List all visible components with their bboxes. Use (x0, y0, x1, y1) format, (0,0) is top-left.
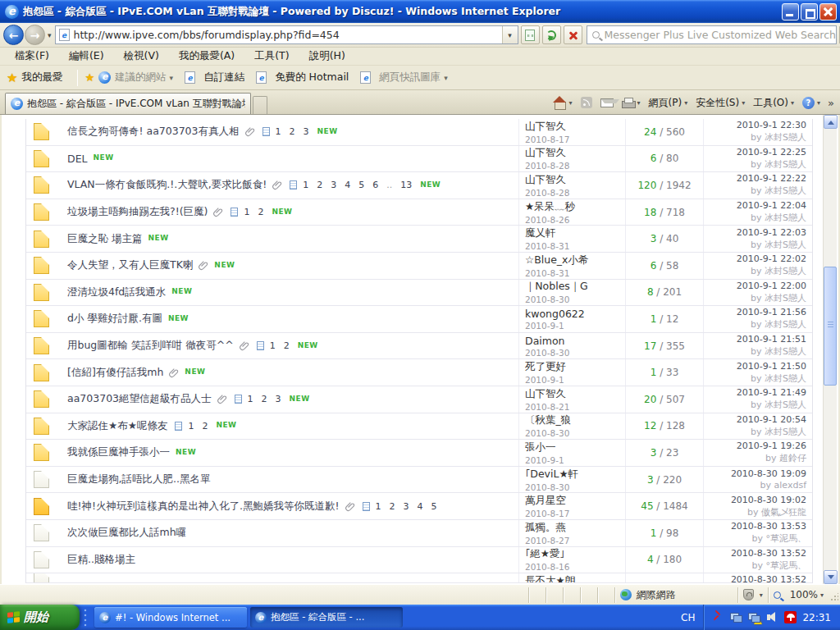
lastpost-author-link[interactable]: °草泥馬、 (766, 533, 807, 544)
page-link[interactable]: 2 (284, 340, 290, 351)
thread-author-link[interactable]: ｢DeviL★軒 (525, 468, 625, 482)
page-link[interactable]: 2 (258, 207, 263, 217)
thread-author-link[interactable]: 萬月星空 (525, 494, 625, 508)
address-bar[interactable]: e http://www.ipve.com/bbs/forumdisplay.p… (55, 25, 518, 44)
add-to-favorites-bar-icon[interactable]: ★ (84, 71, 94, 84)
vertical-scrollbar[interactable] (823, 115, 837, 584)
tools-menu-button[interactable]: 工具(O)▾ (750, 94, 797, 112)
language-indicator[interactable]: CH (673, 612, 703, 623)
thread-author-link[interactable]: ☆Blue_x小希 (525, 253, 625, 267)
refresh-button[interactable] (542, 25, 561, 44)
lastpost-author-link[interactable]: 冰封S戀人 (765, 185, 806, 196)
thread-author-link[interactable]: 山下智久 (525, 173, 625, 187)
thread-title-link[interactable]: 信長之狗哥傳奇! aa703703有真人相 (67, 125, 240, 139)
thread-title-link[interactable]: 垃圾場主唔夠抽踢左我?!(巨魔) (67, 205, 208, 219)
thread-title-link[interactable]: VLAN一條冇食飯既狗.!.大聲吠,要求比飯食! (67, 178, 267, 192)
messenger-offline-icon[interactable] (712, 611, 724, 623)
active-tab[interactable]: e 抱怨區 - 綜合版區 - IPvE.COM vLan 互聯對戰論壇... (5, 93, 251, 114)
url-text[interactable]: http://www.ipve.com/bbs/forumdisplay.php… (74, 29, 502, 41)
thread-author-link[interactable]: 魔乂軒 (525, 226, 625, 240)
feeds-button[interactable] (578, 95, 596, 110)
thread-author-link[interactable]: 〔秋葉_狼 (525, 413, 625, 427)
help-button[interactable]: ?▾ (799, 95, 824, 111)
new-tab-button[interactable] (253, 96, 267, 114)
page-link[interactable]: 6 (372, 180, 378, 190)
page-menu-button[interactable]: 網頁(P)▾ (646, 94, 692, 112)
print-button[interactable]: ▾ (619, 96, 644, 110)
favorites-button[interactable]: 我的最愛 (21, 71, 62, 84)
lastpost-author-link[interactable]: alexdsf (774, 480, 806, 491)
thread-title-link[interactable]: 巨魔走場狗,話唔比人肥..黑名單 (67, 472, 210, 486)
thread-title-link[interactable]: 我就係巨魔神手張小一 (67, 445, 170, 459)
page-link[interactable]: 1 (303, 180, 308, 190)
taskbar-window-button-2[interactable]: e 抱怨區 - 綜合版區 - ... (250, 607, 403, 628)
page-link[interactable]: 5 (358, 180, 364, 190)
page-link[interactable]: 2 (290, 126, 295, 137)
search-box[interactable]: Messenger Plus Live Customized Web Searc… (587, 25, 837, 44)
lastpost-author-link[interactable]: 冰封S戀人 (765, 346, 806, 357)
thread-author-link[interactable]: ｜Nobles｜G (525, 280, 625, 294)
scroll-up-button[interactable] (824, 115, 838, 129)
page-link[interactable]: 1 (376, 501, 381, 512)
page-link[interactable]: 2 (262, 394, 267, 404)
thread-title-link[interactable]: 用bug圖都輸 笑話到咩咁 徹夜哥^^ (67, 339, 234, 353)
compatibility-view-button[interactable] (521, 25, 540, 44)
lastpost-author-link[interactable]: 超鈴仔 (779, 453, 806, 463)
lastpost-author-link[interactable]: 冰封S戀人 (765, 319, 806, 330)
thread-title-link[interactable]: 哇!神!火神玩到這樣真的是出神入化了.黑鮑嬌我等你既道歉! (67, 500, 340, 514)
thread-title-link[interactable]: 大家認住★布★呢條友 (67, 419, 167, 433)
address-dropdown-button[interactable]: ▾ (502, 26, 518, 43)
toolbar-overflow-button[interactable]: » (825, 97, 837, 109)
scrollbar-thumb[interactable] (824, 267, 837, 386)
thread-title-link[interactable]: aa703703絕望信超級冇品人士 (67, 392, 212, 406)
menu-file[interactable]: 檔案(F) (5, 48, 59, 65)
lastpost-author-link[interactable]: 冰封S戀人 (765, 373, 806, 384)
protected-mode-cell[interactable]: ▾ (737, 587, 768, 603)
page-link[interactable]: 5 (431, 501, 437, 512)
quick-launch-divider[interactable] (82, 607, 90, 628)
close-button[interactable] (819, 3, 837, 21)
favorite-custom-links[interactable]: e 自訂連結 (185, 71, 244, 84)
page-link[interactable]: 3 (404, 501, 409, 512)
minimize-button[interactable] (782, 3, 799, 21)
menu-help[interactable]: 說明(H) (299, 48, 355, 65)
thread-author-link[interactable]: ｢絕★愛｣ (525, 547, 625, 561)
lastpost-author-link[interactable]: 冰封S戀人 (765, 266, 806, 276)
page-link[interactable]: 2 (317, 180, 322, 190)
lastpost-author-link[interactable]: 傲氣乄狂龍 (761, 507, 806, 518)
menu-tools[interactable]: 工具(T) (244, 48, 299, 65)
page-link[interactable]: 3 (331, 180, 336, 190)
page-link[interactable]: 13 (400, 180, 412, 190)
page-link[interactable]: 3 (304, 126, 309, 137)
lastpost-author-link[interactable]: 冰封S戀人 (765, 132, 806, 143)
page-link[interactable]: 1 (244, 207, 249, 217)
lastpost-author-link[interactable]: 冰封S戀人 (765, 212, 806, 223)
thread-author-link[interactable]: 山下智久 (525, 120, 625, 134)
thread-author-link[interactable]: 孤獨。燕 (525, 521, 625, 535)
forward-button[interactable]: → (25, 25, 45, 45)
restore-button[interactable] (801, 3, 818, 21)
thread-author-link[interactable]: Daimon (525, 335, 625, 347)
page-link[interactable]: 1 (248, 394, 253, 404)
favorite-suggested-sites[interactable]: e 建議的網站 ▾ (98, 71, 173, 84)
lastpost-author-link[interactable]: 冰封S戀人 (765, 399, 806, 410)
page-link[interactable]: 2 (390, 501, 395, 512)
thread-author-link[interactable]: ★呆呆﹏秒 (525, 200, 625, 214)
favorite-free-hotmail[interactable]: e 免費的 Hotmail (256, 71, 349, 84)
volume-icon[interactable] (766, 611, 778, 623)
network-icon[interactable] (730, 611, 742, 623)
history-dropdown[interactable]: ▾ (48, 31, 52, 39)
safety-menu-button[interactable]: 安全性(S)▾ (692, 94, 748, 112)
back-button[interactable]: ← (3, 25, 24, 45)
scroll-down-button[interactable] (824, 570, 838, 584)
taskbar-window-button-1[interactable]: e #! - Windows Internet ... (94, 607, 247, 628)
menu-view[interactable]: 檢視(V) (114, 48, 169, 65)
thread-author-link[interactable]: 長不大★朗 (525, 574, 625, 582)
page-link[interactable]: 1 (276, 126, 281, 137)
lastpost-author-link[interactable]: °草泥馬、 (766, 560, 807, 571)
thread-author-link[interactable]: 張小一 (525, 441, 625, 454)
thread-title-link[interactable]: 次次做巨魔都比人話mh囉 (67, 526, 186, 540)
read-mail-button[interactable] (597, 97, 617, 109)
page-link[interactable]: 4 (418, 501, 423, 512)
thread-title-link[interactable]: [信紹]有傻仔話我mh (67, 366, 163, 380)
